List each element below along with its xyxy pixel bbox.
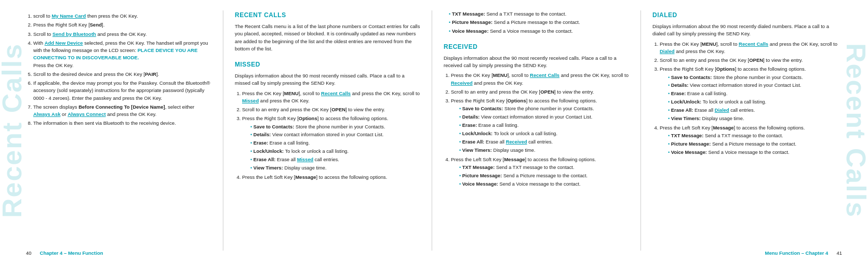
received-options: Save to Contacts: Store the phone number… <box>451 106 629 154</box>
page-num-left: 40 <box>26 250 32 256</box>
list-item: Press the Left Soft Key [Message] to acc… <box>660 124 838 156</box>
list-item: Lock/Unlock: To lock or unlock a call li… <box>668 99 838 106</box>
list-item: Details: View contact information stored… <box>668 82 838 89</box>
list-item: Details: View contact information stored… <box>459 114 629 121</box>
list-item: Voice Message: Send a Voice message to t… <box>668 149 838 156</box>
list-item: Press the OK Key [MENU], scroll to Recen… <box>451 72 629 87</box>
list-item: Press the OK Key [MENU], scroll to Recen… <box>242 90 420 105</box>
received-steps: Press the OK Key [MENU], scroll to Recen… <box>444 72 629 188</box>
page-num-right: 41 <box>836 250 842 256</box>
list-item: View Timers: Display usage time. <box>459 147 629 154</box>
col1-list: scroll to My Name Card then press the OK… <box>26 12 211 127</box>
list-item: TXT Message: Send a TXT message to the c… <box>449 10 629 18</box>
col-divider-3 <box>640 10 641 251</box>
col-3: TXT Message: Send a TXT message to the c… <box>434 10 638 251</box>
list-item: Picture Message: Send a Picture message … <box>459 173 629 180</box>
list-item: Press the Right Soft Key [Send]. <box>33 21 211 29</box>
list-item: Scroll to the desired device and press t… <box>33 71 211 78</box>
received-msg-options: TXT Message: Send a TXT message to the c… <box>451 164 629 188</box>
page-container: Recent Calls Recent Calls scroll to My N… <box>0 0 868 261</box>
col-2: RECENT CALLS The Recent Calls menu is a … <box>225 10 430 251</box>
list-item: If applicable, the device may prompt you… <box>33 80 211 102</box>
list-item: View Timers: Display usage time. <box>668 115 838 123</box>
list-item: Erase All: Erase all Dialed call entries… <box>668 107 838 114</box>
dialed-steps: Press the OK Key [MENU], scroll to Recen… <box>652 41 838 157</box>
list-item: Scroll to an entry and press the OK Key … <box>451 88 629 96</box>
list-item: Details: View contact information stored… <box>250 132 420 139</box>
content-area: scroll to My Name Card then press the OK… <box>0 0 868 261</box>
list-item: Erase All: Erase all Missed call entries… <box>250 156 420 164</box>
list-item: Picture Message: Send a Picture message … <box>449 19 629 26</box>
list-item: Lock/Unlock: To lock or unlock a call li… <box>250 148 420 155</box>
col-4: DIALED Displays information about the 90… <box>643 10 847 251</box>
list-item: The screen displays Before Connecting To… <box>33 103 211 119</box>
list-item: Erase: Erase a call listing. <box>459 122 629 129</box>
list-item: Voice Message: Send a Voice message to t… <box>459 181 629 188</box>
list-item: Press the Left Soft Key [Message] to acc… <box>242 174 420 181</box>
list-item: Erase All: Erase all Received call entri… <box>459 139 629 146</box>
list-item: Picture Message: Send a Picture message … <box>668 141 838 148</box>
recent-calls-body: The Recent Calls menu is a list of the l… <box>235 23 420 53</box>
list-item: View Timers: Display usage time. <box>250 165 420 172</box>
list-item: Save to Contacts: Store the phone number… <box>459 106 629 113</box>
watermark-left: Recent Calls <box>4 0 20 261</box>
chapter-label-left: Chapter 4 – Menu Function <box>40 250 103 256</box>
list-item: Erase: Erase a call listing. <box>250 140 420 147</box>
list-item: Press the Right Soft Key [Options] to ac… <box>242 115 420 172</box>
list-item: Press the OK Key [MENU], scroll to Recen… <box>660 41 838 56</box>
missed-options: Save to Contacts: Store the phone number… <box>242 124 420 173</box>
list-item: Press the Right Soft Key [Options] to ac… <box>451 97 629 154</box>
list-item: Lock/Unlock: To lock or unlock a call li… <box>459 130 629 138</box>
missed-body: Displays information about the 90 most r… <box>235 72 420 87</box>
list-item: Scroll to an entry and press the OK Key … <box>242 106 420 113</box>
list-item: Press the Right Soft Key [Options] to ac… <box>660 66 838 123</box>
list-item: TXT Message: Send a TXT message to the c… <box>668 133 838 140</box>
missed-title: MISSED <box>235 60 420 69</box>
dialed-body: Displays information about the 90 most r… <box>652 23 838 38</box>
chapter-label-right: Menu Function – Chapter 4 <box>765 250 828 256</box>
missed-steps: Press the OK Key [MENU], scroll to Recen… <box>235 90 420 181</box>
dialed-options: Save to Contacts: Store the phone number… <box>660 74 838 123</box>
list-item: Scroll to Send by Bluetooth and press th… <box>33 31 211 38</box>
footer-right: Menu Function – Chapter 4 41 <box>765 250 842 256</box>
list-item: Save to Contacts: Store the phone number… <box>250 124 420 131</box>
recent-calls-title: RECENT CALLS <box>235 10 420 20</box>
list-item: The information is then sent via Bluetoo… <box>33 120 211 127</box>
received-body: Displays information about the 90 most r… <box>444 55 629 70</box>
list-item: Voice Message: Send a Voice message to t… <box>449 28 629 35</box>
dialed-msg-options: TXT Message: Send a TXT message to the c… <box>660 133 838 156</box>
list-item: Scroll to an entry and press the OK Key … <box>660 57 838 64</box>
list-item: TXT Message: Send a TXT message to the c… <box>459 164 629 172</box>
list-item: Erase: Erase a call listing. <box>668 90 838 98</box>
list-item: With Add New Device selected, press the … <box>33 40 211 69</box>
page-footer: 40 Chapter 4 – Menu Function Menu Functi… <box>0 250 868 256</box>
list-item: Save to Contacts: Store the phone number… <box>668 74 838 82</box>
footer-left: 40 Chapter 4 – Menu Function <box>26 250 103 256</box>
list-item: scroll to My Name Card then press the OK… <box>33 12 211 20</box>
col-divider-2 <box>432 10 432 251</box>
watermark-right: Recent Calls <box>848 0 864 261</box>
list-item: Press the Left Soft Key [Message] to acc… <box>451 156 629 188</box>
col-divider-1 <box>223 10 223 251</box>
dialed-title: DIALED <box>652 10 838 20</box>
col-1: scroll to My Name Card then press the OK… <box>26 10 221 251</box>
message-options-list: TXT Message: Send a TXT message to the c… <box>444 10 629 35</box>
received-title: RECEIVED <box>444 42 629 51</box>
